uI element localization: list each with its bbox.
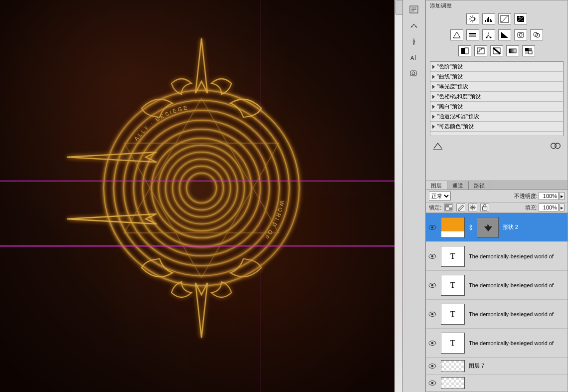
brushes-panel-icon[interactable] [408,37,419,46]
3d-panel-icon[interactable] [408,69,419,78]
preset-row[interactable]: "可选颜色"预设 [430,122,563,132]
adj-hue-saturation[interactable] [466,29,479,40]
visibility-toggle[interactable] [428,252,437,261]
adj-black-white[interactable] [498,29,511,40]
fill-flyout-icon[interactable]: ▸ [560,203,565,211]
visibility-toggle[interactable] [428,339,437,348]
adj-color-balance[interactable] [482,29,495,40]
svg-rect-42 [465,48,468,54]
layer-name[interactable]: 形状 2 [503,223,566,231]
character-panel-icon[interactable]: A [408,53,419,62]
lock-position-icon[interactable] [468,203,477,211]
adj-vibrance[interactable] [450,29,463,40]
layer-row-text[interactable]: T The demonically-besieged world of [426,300,568,329]
adjustment-presets-list[interactable]: "色阶"预设 "曲线"预设 "曝光度"预设 "色相/饱和度"预设 "黑白"预设 … [430,61,564,136]
svg-text:WORLD OF: WORLD OF [263,200,285,241]
svg-point-5 [152,138,251,238]
adj-threshold[interactable] [490,45,503,56]
adj-curves[interactable] [498,13,511,24]
layer-thumbnail[interactable]: T [441,275,465,296]
guide-vertical[interactable] [260,0,260,392]
visibility-toggle[interactable] [428,223,437,232]
layer-row-text[interactable]: T The demonically-besieged world of [426,271,568,300]
fill-input[interactable] [539,203,559,211]
tab-layers[interactable]: 图层 [426,181,447,190]
layer-thumbnail[interactable] [441,360,465,372]
layer-thumbnail[interactable] [441,217,465,238]
layer-name[interactable]: The demonically-besieged world of [469,340,566,346]
tab-channels[interactable]: 通道 [447,181,469,190]
layer-row-shape[interactable]: 形状 2 [426,213,568,242]
preset-row[interactable]: "曲线"预设 [430,72,563,82]
scrollbar-thumb[interactable] [395,0,402,15]
preset-row[interactable]: "色阶"预设 [430,62,563,72]
layer-name[interactable]: The demonically-besieged world of [469,253,566,259]
preset-row[interactable]: "曝光度"预设 [430,82,563,92]
svg-rect-53 [445,204,449,207]
svg-text:-: - [522,16,524,22]
preset-row[interactable]: "黑白"预设 [430,102,563,112]
svg-rect-47 [529,48,532,51]
preset-row[interactable]: "通道混和器"预设 [430,112,563,122]
opacity-input[interactable] [539,192,559,200]
adj-selective-color[interactable] [522,45,535,56]
arc-text-right: WORLD OF [263,200,285,241]
preset-label: "曲线"预设 [437,73,463,80]
layer-thumbnail[interactable] [441,377,465,389]
svg-point-67 [431,342,434,344]
adj-posterize[interactable] [474,45,487,56]
expand-icon[interactable] [432,141,444,150]
visibility-toggle[interactable] [428,362,437,371]
layer-name[interactable]: The demonically-besieged world of [469,311,566,317]
layer-thumbnail[interactable]: T [441,333,465,354]
svg-rect-55 [482,207,487,210]
guide-horizontal[interactable] [0,246,402,247]
layers-list[interactable]: 形状 2 T The demonically-besieged world of… [426,213,568,392]
adjustments-row-1: +- [426,10,568,26]
adj-photo-filter[interactable] [514,29,527,40]
lock-pixels-icon[interactable] [456,203,465,211]
svg-point-71 [431,382,434,385]
app-root: ALLY · BESIEGE WORLD OF [0,0,568,392]
adj-brightness-contrast[interactable] [466,13,479,24]
blend-mode-select[interactable]: 正常 [429,192,451,200]
svg-rect-26 [490,19,491,22]
layer-name[interactable]: 图层 7 [469,362,566,370]
svg-rect-43 [477,48,484,54]
svg-point-10 [104,90,299,286]
lock-transparency-icon[interactable] [444,203,453,211]
layer-row-raster[interactable] [426,375,568,392]
adj-invert[interactable] [458,45,471,56]
adj-gradient-map[interactable] [506,45,519,56]
adj-levels[interactable] [482,13,495,24]
history-panel-icon[interactable] [408,5,419,14]
layer-row-text[interactable]: T The demonically-besieged world of [426,329,568,358]
canvas-scrollbar-vertical[interactable] [394,0,402,392]
adj-channel-mixer[interactable] [530,29,543,40]
svg-point-6 [143,129,260,247]
svg-point-9 [114,100,289,276]
document-canvas[interactable]: ALLY · BESIEGE WORLD OF [0,0,402,392]
adj-exposure[interactable]: +- [514,13,527,24]
tab-paths[interactable]: 路径 [469,181,490,190]
vector-mask-thumbnail[interactable] [477,217,499,238]
adjustments-footer [426,139,568,153]
actions-panel-icon[interactable] [408,21,419,30]
guide-horizontal[interactable] [0,245,402,246]
svg-rect-32 [469,33,476,34]
preset-row[interactable]: "色相/饱和度"预设 [430,92,563,102]
visibility-toggle[interactable] [428,281,437,290]
opacity-flyout-icon[interactable]: ▸ [560,192,565,200]
clip-to-layer-icon[interactable] [550,141,562,150]
guide-horizontal[interactable] [0,180,402,181]
layer-thumbnail[interactable]: T [441,246,465,267]
lock-all-icon[interactable] [480,203,489,211]
layer-name[interactable]: The demonically-besieged world of [469,282,566,288]
visibility-toggle[interactable] [428,379,437,388]
visibility-toggle[interactable] [428,310,437,319]
layer-thumbnail[interactable]: T [441,304,465,325]
svg-point-57 [431,226,434,228]
layer-row-text[interactable]: T The demonically-besieged world of [426,242,568,271]
guide-horizontal[interactable] [0,181,402,182]
layer-row-raster[interactable]: 图层 7 [426,358,568,375]
